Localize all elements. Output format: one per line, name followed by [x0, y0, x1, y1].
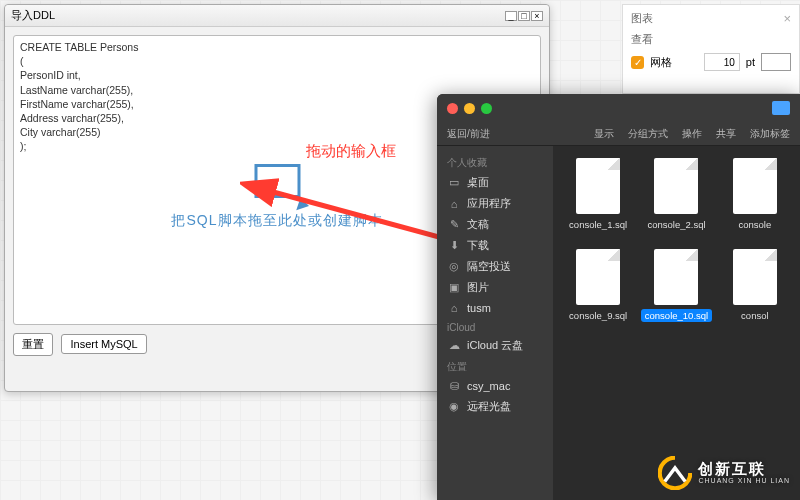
finder-sidebar: 个人收藏 ▭桌面⌂应用程序✎文稿⬇下载◎隔空投送▣图片⌂tusm iCloud …	[437, 146, 553, 500]
file-name: consol	[737, 309, 772, 322]
grid-color-swatch[interactable]	[761, 53, 791, 71]
sidebar-item-doc[interactable]: ✎文稿	[437, 214, 553, 235]
app-icon: ⌂	[447, 197, 461, 211]
sidebar-item-remote[interactable]: ◉远程光盘	[437, 396, 553, 417]
traffic-close-icon[interactable]	[447, 103, 458, 114]
finder-content: console_1.sqlconsole_2.sqlconsoleconsole…	[553, 146, 800, 500]
toolbar-action[interactable]: 操作	[682, 127, 702, 141]
file-item[interactable]: consol	[718, 249, 792, 322]
file-item[interactable]: console	[718, 158, 792, 231]
sidebar-item-label: 图片	[467, 280, 489, 295]
watermark-cn: 创新互联	[698, 461, 790, 478]
file-name: console	[734, 218, 775, 231]
grid-size-input[interactable]	[704, 53, 740, 71]
watermark-icon	[658, 456, 692, 490]
file-item[interactable]: console_1.sql	[561, 158, 635, 231]
chart-panel: 图表 × 查看 ✓ 网格 pt	[622, 4, 800, 94]
sidebar-item-label: 应用程序	[467, 196, 511, 211]
finder-window: 返回/前进 显示 分组方式 操作 共享 添加标签 个人收藏 ▭桌面⌂应用程序✎文…	[437, 94, 800, 500]
pic-icon: ▣	[447, 281, 461, 295]
disk-icon: ⛁	[447, 379, 461, 393]
sidebar-item-label: 远程光盘	[467, 399, 511, 414]
watermark-logo: 创新互联 CHUANG XIN HU LIAN	[658, 456, 790, 490]
sidebar-item-desktop[interactable]: ▭桌面	[437, 172, 553, 193]
reset-button[interactable]: 重置	[13, 333, 53, 356]
toolbar-view[interactable]: 显示	[594, 127, 614, 141]
file-icon	[576, 249, 620, 305]
sidebar-item-label: 隔空投送	[467, 259, 511, 274]
finder-toolbar: 返回/前进 显示 分组方式 操作 共享 添加标签	[437, 122, 800, 146]
file-icon	[733, 158, 777, 214]
chart-panel-title: 图表	[631, 11, 653, 26]
minimize-icon[interactable]: _	[505, 11, 517, 21]
file-icon	[654, 158, 698, 214]
sidebar-item-label: 下载	[467, 238, 489, 253]
file-icon	[733, 249, 777, 305]
file-name: console_10.sql	[641, 309, 712, 322]
sb-section-icloud: iCloud	[437, 318, 553, 335]
file-icon	[654, 249, 698, 305]
chart-panel-section: 查看	[631, 32, 791, 47]
cloud-icon: ☁	[447, 339, 461, 353]
sidebar-item-pic[interactable]: ▣图片	[437, 277, 553, 298]
sidebar-item-airdrop[interactable]: ◎隔空投送	[437, 256, 553, 277]
grid-label: 网格	[650, 55, 672, 70]
ddl-title: 导入DDL	[11, 8, 55, 23]
down-icon: ⬇	[447, 239, 461, 253]
maximize-icon[interactable]: □	[518, 11, 530, 21]
toolbar-tag[interactable]: 添加标签	[750, 127, 790, 141]
toolbar-share[interactable]: 共享	[716, 127, 736, 141]
home-icon: ⌂	[447, 301, 461, 315]
finder-titlebar[interactable]	[437, 94, 800, 122]
ddl-titlebar[interactable]: 导入DDL _ □ ×	[5, 5, 549, 27]
file-name: console_9.sql	[565, 309, 631, 322]
traffic-zoom-icon[interactable]	[481, 103, 492, 114]
toolbar-group[interactable]: 分组方式	[628, 127, 668, 141]
traffic-minimize-icon[interactable]	[464, 103, 475, 114]
file-icon	[576, 158, 620, 214]
airdrop-icon: ◎	[447, 260, 461, 274]
sidebar-item-label: tusm	[467, 302, 491, 314]
watermark-en: CHUANG XIN HU LIAN	[698, 477, 790, 485]
sidebar-item-label: 桌面	[467, 175, 489, 190]
annotation-label: 拖动的输入框	[306, 142, 396, 161]
sidebar-item-label: iCloud 云盘	[467, 338, 523, 353]
dropzone[interactable]: 把SQL脚本拖至此处或创建脚本	[171, 164, 382, 230]
desktop-icon: ▭	[447, 176, 461, 190]
file-item[interactable]: console_9.sql	[561, 249, 635, 322]
dropzone-text: 把SQL脚本拖至此处或创建脚本	[171, 212, 382, 230]
close-icon[interactable]: ×	[531, 11, 543, 21]
sidebar-item-disk[interactable]: ⛁csy_mac	[437, 376, 553, 396]
sidebar-item-app[interactable]: ⌂应用程序	[437, 193, 553, 214]
sidebar-item-down[interactable]: ⬇下载	[437, 235, 553, 256]
remote-icon: ◉	[447, 400, 461, 414]
sidebar-item-cloud[interactable]: ☁iCloud 云盘	[437, 335, 553, 356]
sb-section-fav: 个人收藏	[437, 152, 553, 172]
file-name: console_2.sql	[643, 218, 709, 231]
sidebar-item-home[interactable]: ⌂tusm	[437, 298, 553, 318]
nav-back-forward[interactable]: 返回/前进	[447, 127, 490, 141]
panel-close-icon[interactable]: ×	[783, 11, 791, 26]
grid-checkbox[interactable]: ✓	[631, 56, 644, 69]
insert-mysql-button[interactable]: Insert MySQL	[61, 334, 146, 354]
file-item[interactable]: console_2.sql	[639, 158, 713, 231]
folder-icon	[772, 101, 790, 115]
file-item[interactable]: console_10.sql	[639, 249, 713, 322]
grid-size-unit: pt	[746, 56, 755, 68]
image-placeholder-icon	[254, 164, 300, 204]
sidebar-item-label: 文稿	[467, 217, 489, 232]
file-name: console_1.sql	[565, 218, 631, 231]
doc-icon: ✎	[447, 218, 461, 232]
sidebar-item-label: csy_mac	[467, 380, 510, 392]
sb-section-loc: 位置	[437, 356, 553, 376]
